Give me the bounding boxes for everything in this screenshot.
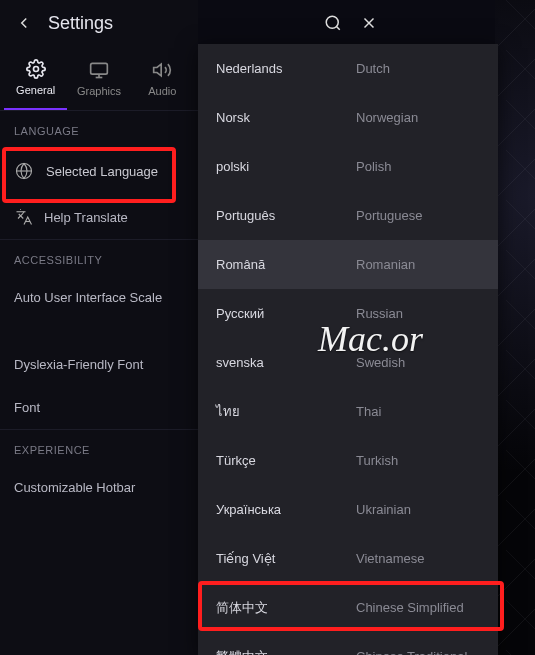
back-icon[interactable] xyxy=(8,7,40,39)
language-native-label: Nederlands xyxy=(216,61,356,76)
svg-rect-1 xyxy=(91,63,108,74)
tab-audio[interactable]: Audio xyxy=(131,46,194,110)
header: Settings xyxy=(0,0,198,46)
background-lines xyxy=(495,0,535,655)
section-language: LANGUAGE xyxy=(0,110,198,147)
language-native-label: Tiếng Việt xyxy=(216,551,356,566)
language-option[interactable]: NederlandsDutch xyxy=(198,44,498,93)
language-english-label: Thai xyxy=(356,404,381,419)
language-option[interactable]: RomânăRomanian xyxy=(198,240,498,289)
language-english-label: Chinese Traditional xyxy=(356,649,467,655)
language-english-label: Polish xyxy=(356,159,391,174)
auto-ui-scale-label: Auto User Interface Scale xyxy=(14,290,162,305)
svg-marker-4 xyxy=(154,64,162,76)
language-option[interactable]: svenskaSwedish xyxy=(198,338,498,387)
language-native-label: 简体中文 xyxy=(216,599,356,617)
tab-graphics-label: Graphics xyxy=(77,85,121,97)
language-native-label: Română xyxy=(216,257,356,272)
tab-general[interactable]: General xyxy=(4,46,67,110)
header-actions xyxy=(317,0,385,46)
svg-point-0 xyxy=(33,67,38,72)
language-english-label: Swedish xyxy=(356,355,405,370)
page-title: Settings xyxy=(48,13,190,34)
dyslexia-font-item[interactable]: Dyslexia-Friendly Font xyxy=(0,343,198,386)
language-native-label: Українська xyxy=(216,502,356,517)
language-option[interactable]: ไทยThai xyxy=(198,387,498,436)
help-translate-item[interactable]: Help Translate xyxy=(0,195,198,239)
language-english-label: Turkish xyxy=(356,453,398,468)
help-translate-label: Help Translate xyxy=(44,210,128,225)
language-option[interactable]: PortuguêsPortuguese xyxy=(198,191,498,240)
speaker-icon xyxy=(151,59,173,81)
language-native-label: Norsk xyxy=(216,110,356,125)
close-icon[interactable] xyxy=(353,7,385,39)
language-english-label: Romanian xyxy=(356,257,415,272)
globe-icon xyxy=(14,161,34,181)
language-english-label: Norwegian xyxy=(356,110,418,125)
language-option[interactable]: РусскийRussian xyxy=(198,289,498,338)
language-option[interactable]: TürkçeTurkish xyxy=(198,436,498,485)
tabs: General Graphics Audio xyxy=(0,46,198,110)
search-icon[interactable] xyxy=(317,7,349,39)
language-english-label: Dutch xyxy=(356,61,390,76)
language-native-label: Português xyxy=(216,208,356,223)
auto-ui-scale-item[interactable]: Auto User Interface Scale xyxy=(0,276,198,319)
font-label: Font xyxy=(14,400,40,415)
selected-language-label: Selected Language xyxy=(46,164,158,179)
language-native-label: ไทย xyxy=(216,401,356,422)
section-accessibility: ACCESSIBILITY xyxy=(0,239,198,276)
translate-icon xyxy=(14,207,34,227)
tab-audio-label: Audio xyxy=(148,85,176,97)
settings-panel: Settings General Graphics Audio LANGUAGE… xyxy=(0,0,198,655)
language-english-label: Portuguese xyxy=(356,208,423,223)
language-english-label: Chinese Simplified xyxy=(356,600,464,615)
language-native-label: Русский xyxy=(216,306,356,321)
tab-graphics[interactable]: Graphics xyxy=(67,46,130,110)
dyslexia-font-label: Dyslexia-Friendly Font xyxy=(14,357,143,372)
language-option[interactable]: NorskNorwegian xyxy=(198,93,498,142)
section-experience: EXPERIENCE xyxy=(0,429,198,466)
svg-point-7 xyxy=(326,16,338,28)
selected-language-item[interactable]: Selected Language xyxy=(0,147,198,195)
svg-line-8 xyxy=(336,26,339,29)
language-native-label: Türkçe xyxy=(216,453,356,468)
language-english-label: Vietnamese xyxy=(356,551,424,566)
gear-icon xyxy=(25,58,47,80)
customizable-hotbar-label: Customizable Hotbar xyxy=(14,480,135,495)
language-native-label: polski xyxy=(216,159,356,174)
language-english-label: Russian xyxy=(356,306,403,321)
language-dropdown: NederlandsDutchNorskNorwegianpolskiPolis… xyxy=(198,44,498,655)
language-option[interactable]: 繁體中文Chinese Traditional xyxy=(198,632,498,655)
customizable-hotbar-item[interactable]: Customizable Hotbar xyxy=(0,466,198,509)
language-native-label: svenska xyxy=(216,355,356,370)
language-english-label: Ukrainian xyxy=(356,502,411,517)
font-item[interactable]: Font xyxy=(0,386,198,429)
monitor-icon xyxy=(88,59,110,81)
language-native-label: 繁體中文 xyxy=(216,648,356,656)
language-option[interactable]: УкраїнськаUkrainian xyxy=(198,485,498,534)
tab-general-label: General xyxy=(16,84,55,96)
language-option[interactable]: 简体中文Chinese Simplified xyxy=(198,583,498,632)
language-option[interactable]: polskiPolish xyxy=(198,142,498,191)
language-option[interactable]: Tiếng ViệtVietnamese xyxy=(198,534,498,583)
